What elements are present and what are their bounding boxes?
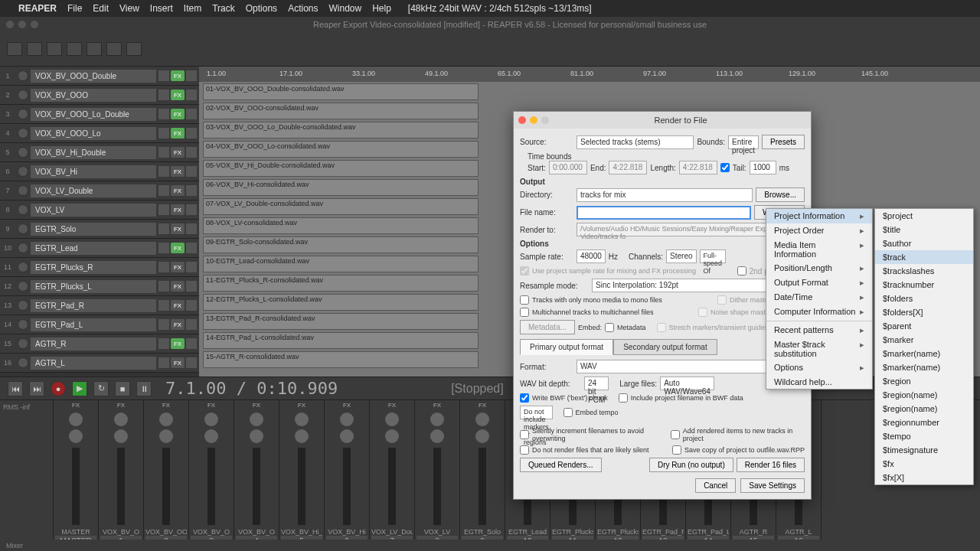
dialog-zoom-icon[interactable]	[541, 116, 549, 124]
track-name[interactable]: VOX_LV	[31, 204, 156, 217]
mixer-channel[interactable]: FX VOX_LV_Doub 7	[370, 400, 415, 549]
track-header[interactable]: 1 VOX_BV_OOO_Double FX	[0, 67, 199, 86]
mute-button[interactable]	[158, 223, 169, 234]
fx-button[interactable]: FX	[171, 128, 185, 139]
track-header[interactable]: 13 EGTR_Pad_R FX	[0, 296, 199, 315]
stop-button[interactable]: ■	[115, 381, 130, 396]
mute-button[interactable]	[158, 90, 169, 100]
track-header[interactable]: 9 EGTR_Solo FX	[0, 220, 199, 239]
menu-item[interactable]: $project	[875, 209, 973, 223]
speed-select[interactable]: Full-speed Of	[700, 249, 727, 263]
record-arm-button[interactable]	[18, 128, 28, 139]
media-item[interactable]: 08-VOX_LV-consolidated.wav	[203, 217, 479, 234]
menu-item[interactable]: $marker(name)	[875, 360, 973, 374]
solo-button[interactable]	[186, 109, 197, 119]
volume-fader[interactable]	[479, 448, 486, 525]
solo-button[interactable]	[186, 128, 197, 139]
dryrun-button[interactable]: Dry Run (no output)	[649, 458, 733, 472]
menu-window[interactable]: Window	[328, 3, 361, 14]
track-name[interactable]: VOX_LV_Double	[31, 184, 156, 197]
menu-view[interactable]: View	[119, 3, 139, 14]
track-name[interactable]: EGTR_Plucks_R	[31, 261, 156, 274]
pan-knob[interactable]	[340, 412, 354, 426]
volume-fader[interactable]	[207, 448, 215, 525]
menu-file[interactable]: File	[67, 3, 82, 14]
pan-knob[interactable]	[475, 412, 489, 426]
media-item[interactable]: 11-EGTR_Plucks_R-consolidated.wav	[203, 275, 479, 292]
track-name[interactable]: EGTR_Solo	[31, 223, 156, 236]
markers-select[interactable]: Do not include markers or regions	[520, 406, 553, 419]
fx-label[interactable]: FX	[207, 402, 215, 411]
pan-knob[interactable]	[430, 412, 444, 426]
fx-button[interactable]: FX	[171, 281, 185, 292]
savecopy-checkbox[interactable]	[672, 445, 681, 455]
pan-knob[interactable]	[250, 412, 263, 426]
menu-item[interactable]: $region(name)	[875, 402, 973, 416]
track-name[interactable]: AGTR_R	[31, 337, 156, 350]
mute-button[interactable]	[158, 109, 169, 119]
record-arm-button[interactable]	[18, 109, 28, 119]
pause-button[interactable]: ⏸	[136, 381, 152, 396]
track-name[interactable]: VOX_BV_OOO_Lo_Double	[31, 108, 156, 121]
bitdepth-select[interactable]: 24 bit PCM	[584, 377, 609, 390]
bounds-select[interactable]: Entire project	[728, 135, 759, 149]
fx-button[interactable]: FX	[171, 109, 185, 119]
solo-button[interactable]	[186, 357, 197, 368]
menu-item[interactable]: Media Item Information▸	[766, 238, 872, 261]
fx-button[interactable]: FX	[171, 338, 185, 349]
mute-button[interactable]	[158, 281, 169, 292]
solo-button[interactable]	[186, 281, 197, 292]
mute-button[interactable]	[158, 243, 169, 253]
close-icon[interactable]	[6, 21, 14, 28]
mono1-checkbox[interactable]	[520, 295, 529, 305]
menu-track[interactable]: Track	[212, 3, 235, 14]
solo-button[interactable]	[186, 338, 197, 349]
pan-knob[interactable]	[69, 412, 83, 426]
pan-knob2[interactable]	[204, 429, 218, 443]
fx-button[interactable]: FX	[171, 262, 185, 272]
menu-item[interactable]: $trackslashes	[875, 264, 973, 278]
record-arm-button[interactable]	[18, 223, 28, 234]
pan-knob[interactable]	[295, 412, 309, 426]
dialog-minimize-icon[interactable]	[530, 116, 537, 124]
track-name[interactable]: VOX_BV_OOO_Lo	[31, 127, 156, 140]
menu-item[interactable]: $folders	[875, 292, 973, 305]
menu-item[interactable]: $tracknumber	[875, 278, 973, 292]
toolbar-button[interactable]	[106, 42, 122, 56]
fx-label[interactable]: FX	[298, 402, 305, 411]
fx-label[interactable]: FX	[117, 402, 125, 411]
track-name[interactable]: VOX_BV_Hi_Double	[31, 146, 156, 159]
menu-options[interactable]: Options	[246, 3, 277, 14]
track-name[interactable]: VOX_BV_OOO	[31, 89, 156, 102]
fx-label[interactable]: FX	[72, 402, 80, 411]
track-header[interactable]: 10 EGTR_Lead FX	[0, 239, 199, 258]
pan-knob2[interactable]	[114, 429, 128, 443]
zoom-icon[interactable]	[31, 21, 38, 28]
track-header[interactable]: 4 VOX_BV_OOO_Lo FX	[0, 124, 199, 143]
mixer-channel[interactable]: FX VOX_BV_OOO 2	[144, 400, 189, 549]
secondary-format-tab[interactable]: Secondary output format	[613, 339, 717, 355]
menu-item[interactable]: Master $track substitution▸	[766, 337, 872, 360]
menu-edit[interactable]: Edit	[93, 3, 109, 14]
save-settings-button[interactable]: Save Settings	[740, 478, 805, 493]
record-arm-button[interactable]	[18, 70, 28, 81]
media-item[interactable]: 09-EGTR_Solo-consolidated.wav	[203, 236, 479, 253]
track-header[interactable]: 14 EGTR_Pad_L FX	[0, 315, 199, 334]
fx-button[interactable]: FX	[171, 223, 185, 234]
pan-knob2[interactable]	[69, 429, 83, 443]
metadata-checkbox[interactable]	[605, 323, 614, 332]
cancel-button[interactable]: Cancel	[695, 478, 736, 493]
menu-item[interactable]: Recent patterns▸	[766, 323, 872, 337]
menu-item[interactable]: $timesignature	[875, 443, 973, 457]
menu-insert[interactable]: Insert	[150, 3, 173, 14]
menu-item[interactable]: $title	[875, 223, 973, 236]
track-name[interactable]: EGTR_Pad_R	[31, 299, 156, 312]
solo-button[interactable]	[186, 243, 197, 253]
mute-button[interactable]	[158, 166, 169, 177]
record-arm-button[interactable]	[18, 90, 28, 100]
bwf-checkbox[interactable]	[520, 393, 529, 403]
goto-start-button[interactable]: ⏮	[8, 381, 23, 396]
track-name[interactable]: EGTR_Lead	[31, 242, 156, 255]
media-item[interactable]: 12-EGTR_Plucks_L-consolidated.wav	[203, 294, 479, 311]
toolbar-button[interactable]	[7, 42, 22, 56]
